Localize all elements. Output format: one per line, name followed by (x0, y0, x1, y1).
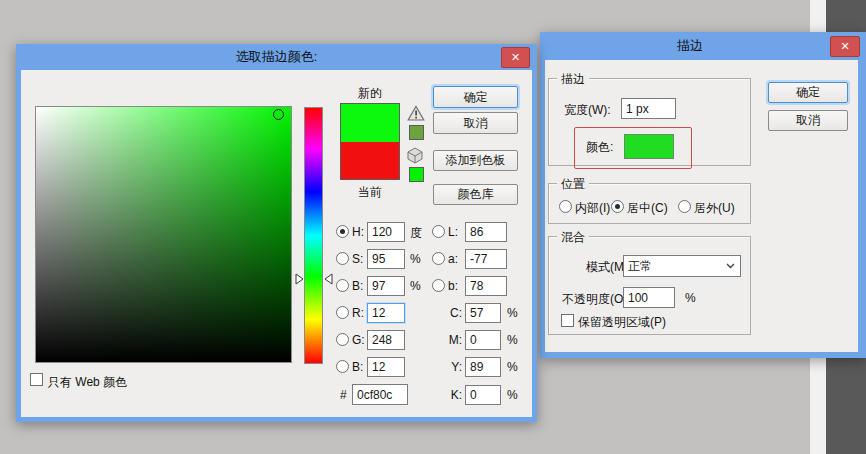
gamut-warning-icon[interactable] (407, 105, 425, 122)
picker-title: 选取描边颜色: (236, 48, 318, 66)
blend-group-label: 混合 (557, 229, 589, 246)
add-to-swatches-label: 添加到色板 (446, 152, 506, 169)
s-value: 95 (372, 252, 385, 266)
h-value: 120 (372, 225, 392, 239)
mode-dropdown[interactable]: 正常 (623, 255, 741, 277)
picker-close-button[interactable]: ✕ (501, 47, 530, 68)
lab-b-label: b: (448, 279, 458, 293)
g-radio[interactable] (336, 333, 349, 346)
m-unit: % (507, 333, 518, 347)
hue-arrow-right-icon[interactable] (324, 273, 333, 285)
r-radio[interactable] (336, 306, 349, 319)
position-inner-radio[interactable] (559, 200, 572, 213)
desktop-background: 描边 ✕ 描边 宽度(W): 1 px 颜色: 确定 取消 (0, 0, 866, 454)
s-radio[interactable] (336, 252, 349, 265)
position-outer-radio[interactable] (678, 200, 691, 213)
color-picker-dialog: 选取描边颜色: ✕ 新的 当前 (16, 44, 537, 422)
position-center-label[interactable]: 居中(C) (627, 200, 668, 217)
position-center-radio[interactable] (611, 200, 624, 213)
b-value: 97 (372, 279, 385, 293)
preserve-transparency-label[interactable]: 保留透明区域(P) (578, 314, 666, 331)
a-radio[interactable] (432, 252, 445, 265)
stroke-dialog-body: 描边 宽度(W): 1 px 颜色: 确定 取消 位置 内部(I) (545, 60, 858, 352)
picker-cancel-button[interactable]: 取消 (433, 112, 518, 134)
s-input[interactable]: 95 (367, 249, 405, 269)
position-outer-label[interactable]: 居外(U) (694, 200, 735, 217)
width-value: 1 px (626, 102, 649, 116)
web-only-checkbox[interactable] (30, 373, 43, 386)
new-color-swatch (341, 104, 399, 142)
y-unit: % (507, 360, 518, 374)
l-value: 86 (470, 225, 483, 239)
b2-value: 12 (372, 360, 385, 374)
picker-titlebar[interactable]: 选取描边颜色: (16, 44, 537, 70)
b2-radio[interactable] (336, 360, 349, 373)
stroke-color-label: 颜色: (586, 139, 613, 156)
width-input[interactable]: 1 px (621, 98, 676, 119)
lab-b-value: 78 (470, 279, 483, 293)
b2-input[interactable]: 12 (367, 357, 405, 377)
b2-label: B: (352, 360, 363, 374)
stroke-dialog-title: 描边 (677, 37, 703, 55)
y-input[interactable]: 89 (465, 357, 501, 377)
position-group-label: 位置 (557, 176, 589, 193)
c-unit: % (507, 306, 518, 320)
new-current-swatch (340, 103, 400, 180)
l-label: L: (448, 225, 458, 239)
preserve-transparency-checkbox[interactable] (561, 314, 574, 327)
new-color-label: 新的 (340, 85, 400, 102)
current-color-label: 当前 (340, 184, 400, 201)
hue-arrow-left-icon[interactable] (295, 273, 304, 285)
web-safe-cube-icon[interactable] (406, 147, 424, 164)
picker-close-icon: ✕ (511, 51, 520, 64)
l-radio[interactable] (432, 225, 445, 238)
position-inner-label[interactable]: 内部(I) (575, 200, 610, 217)
ok-button[interactable]: 确定 (768, 82, 848, 103)
y-label: Y: (444, 360, 462, 374)
stroke-group: 描边 宽度(W): 1 px 颜色: (548, 78, 751, 166)
opacity-label: 不透明度(O): (562, 291, 631, 308)
cancel-button[interactable]: 取消 (768, 110, 848, 131)
stroke-color-swatch[interactable] (624, 134, 674, 159)
web-only-label[interactable]: 只有 Web 颜色 (48, 374, 127, 391)
l-input[interactable]: 86 (465, 222, 507, 242)
c-input[interactable]: 57 (465, 303, 501, 323)
saturation-brightness-field[interactable] (35, 106, 292, 363)
add-to-swatches-button[interactable]: 添加到色板 (433, 150, 518, 171)
h-input[interactable]: 120 (367, 222, 405, 242)
h-radio[interactable] (336, 225, 349, 238)
color-marker[interactable] (273, 109, 284, 120)
picker-ok-label: 确定 (464, 89, 488, 106)
a-input[interactable]: -77 (465, 249, 507, 269)
hue-slider[interactable] (304, 107, 323, 364)
color-libraries-button[interactable]: 颜色库 (433, 184, 518, 205)
m-label: M: (444, 333, 462, 347)
lab-b-input[interactable]: 78 (465, 276, 507, 296)
a-label: a: (448, 252, 458, 266)
m-value: 0 (470, 333, 477, 347)
k-input[interactable]: 0 (465, 385, 501, 405)
hex-label: # (340, 388, 347, 402)
b-radio[interactable] (336, 279, 349, 292)
h-label: H: (352, 225, 364, 239)
b-input[interactable]: 97 (367, 276, 405, 296)
blend-group: 混合 模式(M): 正常 不透明度(O): 100 % 保留透明区域(P) (548, 236, 751, 335)
m-input[interactable]: 0 (465, 330, 501, 350)
position-group: 位置 内部(I) 居中(C) 居外(U) (548, 183, 751, 224)
r-input[interactable]: 12 (367, 303, 405, 323)
close-button[interactable]: ✕ (830, 36, 860, 57)
b-unit: % (410, 279, 421, 293)
picker-ok-button[interactable]: 确定 (433, 86, 518, 108)
g-value: 248 (372, 333, 392, 347)
web-closest-swatch[interactable] (409, 167, 424, 182)
current-color-swatch (341, 142, 399, 180)
stroke-dialog-titlebar[interactable]: 描边 (540, 32, 866, 60)
hex-input[interactable]: 0cf80c (352, 384, 408, 405)
s-unit: % (410, 252, 421, 266)
opacity-input[interactable]: 100 (623, 287, 675, 308)
g-input[interactable]: 248 (367, 330, 405, 350)
g-label: G: (352, 333, 365, 347)
lab-b-radio[interactable] (432, 279, 445, 292)
k-unit: % (507, 388, 518, 402)
gamut-closest-swatch[interactable] (409, 125, 424, 140)
